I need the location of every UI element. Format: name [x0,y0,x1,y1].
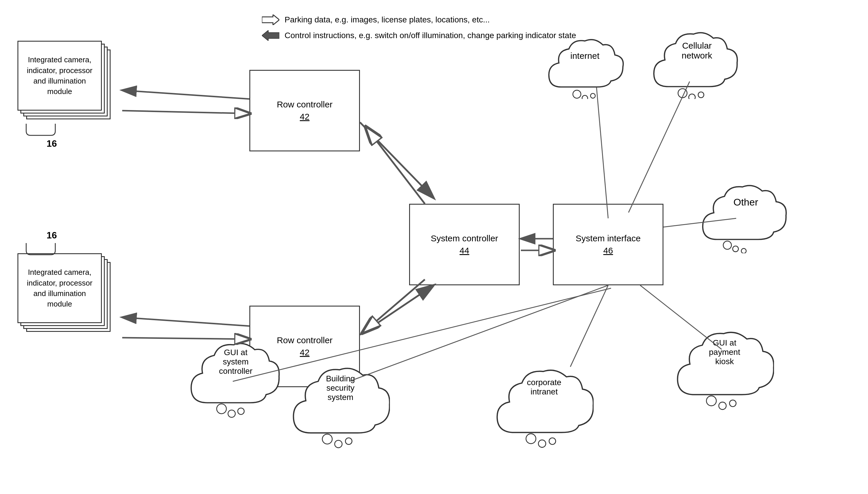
svg-point-13 [238,408,244,415]
svg-point-12 [228,410,235,417]
row-controller-top-label: Row controller [277,98,333,111]
svg-line-37 [596,87,608,218]
arrow-left-filled-icon [262,30,279,41]
svg-point-8 [723,241,732,249]
cloud-payment-kiosk: GUI at payment kiosk [675,329,774,411]
svg-line-34 [364,280,425,332]
brace-bottom: 16 [23,242,81,260]
svg-point-6 [689,94,695,99]
row-controller-bottom-number: 42 [300,346,309,359]
svg-line-27 [122,90,249,99]
svg-point-20 [707,396,716,406]
camera-module-box-top: Integrated camera, indicator, processor … [17,41,102,111]
svg-point-14 [322,434,332,444]
brace-svg-bottom [23,242,81,259]
svg-point-15 [335,440,342,448]
svg-point-9 [733,246,738,252]
brace-label-bottom: 16 [46,230,57,241]
svg-point-3 [582,95,588,99]
svg-point-10 [742,249,746,253]
cloud-other-svg [701,180,791,253]
svg-point-11 [217,404,226,414]
svg-point-17 [526,434,536,444]
cloud-cellular-text: Cellular network [682,41,712,60]
svg-marker-1 [262,30,279,41]
cloud-internet: internet [544,35,626,99]
svg-line-29 [122,317,249,326]
svg-point-16 [346,438,352,444]
cloud-building: Building security system [291,364,390,448]
diagram: Parking data, e.g. images, license plate… [0,0,868,494]
cloud-payment-text: GUI at payment kiosk [695,338,754,366]
camera-module-box-bottom: Integrated camera, indicator, processor … [17,253,102,323]
svg-line-33 [360,285,434,335]
svg-marker-0 [262,15,279,25]
svg-point-2 [573,90,581,98]
row-controller-top: Row controller 42 [249,70,360,151]
legend-parking-data-text: Parking data, e.g. images, license plate… [284,15,490,24]
cloud-internet-svg [544,35,626,99]
svg-line-40 [570,285,608,367]
svg-point-22 [729,400,736,407]
svg-point-19 [549,438,556,444]
system-controller-label: System controller [431,232,498,245]
system-interface-box: System interface 46 [553,204,664,285]
camera-module-text-top: Integrated camera, indicator, processor … [27,54,92,97]
svg-line-28 [122,111,249,114]
cloud-corporate: corporate intranet [495,367,594,448]
svg-line-32 [367,128,425,204]
cloud-building-text: Building security system [311,374,370,402]
row-controller-top-number: 42 [300,111,309,123]
svg-point-21 [719,402,726,410]
cloud-corporate-text: corporate intranet [515,378,573,397]
legend-control-text: Control instructions, e.g. switch on/off… [284,31,576,40]
legend-item-control-instructions: Control instructions, e.g. switch on/off… [262,30,576,41]
legend-item-parking-data: Parking data, e.g. images, license plate… [262,15,576,25]
cloud-cellular: Cellular network [652,29,742,99]
svg-point-5 [678,89,687,98]
svg-point-7 [698,92,704,98]
arrow-right-outline-icon [262,15,279,25]
system-interface-number: 46 [603,245,613,257]
brace-top: 16 [23,122,81,141]
system-controller-box: System controller 44 [409,204,520,285]
cloud-gui-system: GUI at system controller [189,338,282,419]
cloud-cellular-svg [652,29,742,99]
row-controller-bottom-label: Row controller [277,334,333,346]
svg-line-38 [629,81,690,212]
legend: Parking data, e.g. images, license plate… [262,15,576,41]
brace-label-top: 16 [46,138,57,149]
camera-module-text-bottom: Integrated camera, indicator, processor … [27,267,92,309]
brace-svg-top [23,122,81,140]
cloud-internet-text: internet [570,51,599,61]
cloud-other: Other [701,180,791,253]
system-interface-label: System interface [576,232,640,245]
svg-line-31 [360,122,434,198]
svg-point-4 [590,93,595,98]
svg-point-18 [538,440,546,448]
cloud-gui-system-text: GUI at system controller [210,348,262,376]
system-controller-number: 44 [459,245,469,257]
cloud-other-text: Other [733,196,758,208]
